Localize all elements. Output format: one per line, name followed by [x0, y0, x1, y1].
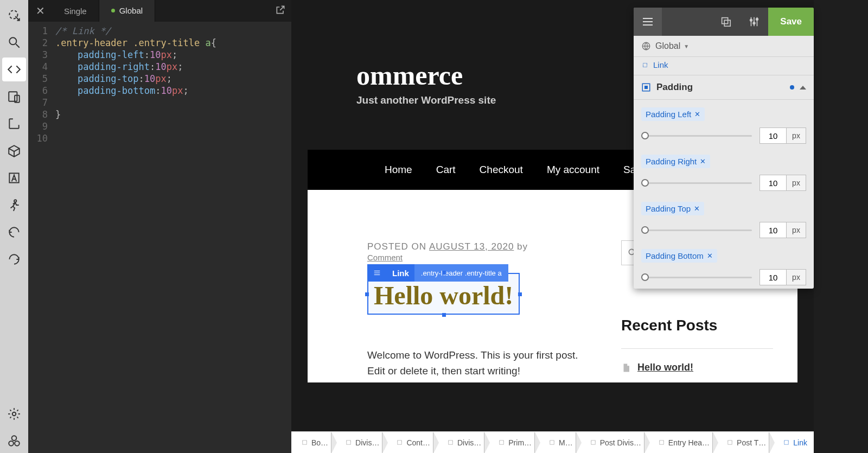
svg-rect-2	[9, 92, 17, 101]
tab-single[interactable]: Single	[52, 0, 99, 22]
property-padding-right: Padding Right ✕px	[634, 147, 814, 194]
code-icon[interactable]	[2, 58, 26, 81]
divider	[621, 348, 773, 349]
widget-recent-posts-title: Recent Posts	[621, 317, 773, 334]
remove-icon[interactable]: ✕	[700, 157, 706, 165]
modified-indicator-icon	[790, 85, 794, 90]
svg-rect-12	[725, 20, 731, 26]
svg-point-1	[9, 37, 16, 44]
copy-icon[interactable]	[712, 8, 740, 36]
svg-rect-11	[722, 18, 728, 24]
comment-link[interactable]: Comment	[367, 253, 403, 262]
selection-menu-icon[interactable]	[367, 269, 387, 277]
selection-selector: .entry-header .entry-title a	[414, 264, 508, 282]
value-input[interactable]	[760, 175, 787, 191]
code-panel: ✕ Single Global 12345678910 /* Link */ .…	[28, 0, 291, 453]
popout-icon[interactable]	[275, 4, 286, 17]
padding-section-header[interactable]: Padding	[634, 75, 814, 100]
nav-myaccount[interactable]: My account	[535, 150, 611, 190]
breadcrumb-item[interactable]: Post T…	[717, 432, 773, 453]
remove-icon[interactable]: ✕	[707, 252, 713, 260]
modules-icon[interactable]	[2, 429, 26, 453]
property-chip[interactable]: Padding Top ✕	[641, 202, 704, 215]
breadcrumb-item[interactable]: Link	[773, 432, 814, 453]
settings-gear-icon[interactable]	[2, 402, 26, 426]
property-padding-bottom: Padding Bottom ✕px	[634, 241, 814, 289]
ruler-icon[interactable]	[2, 112, 26, 136]
panel-menu-icon[interactable]	[634, 8, 662, 36]
property-padding-left: Padding Left ✕px	[634, 100, 814, 147]
selection-label: Link	[387, 269, 414, 278]
property-padding-top: Padding Top ✕px	[634, 194, 814, 241]
svg-point-15	[756, 18, 758, 21]
breadcrumb-item[interactable]: Prim…	[488, 432, 538, 453]
font-icon[interactable]	[2, 166, 26, 190]
value-slider[interactable]	[641, 277, 752, 278]
unit-select[interactable]: px	[787, 127, 806, 144]
close-tabs-button[interactable]: ✕	[28, 0, 52, 22]
sliders-icon[interactable]	[740, 8, 768, 36]
breadcrumb-item[interactable]: Cont…	[386, 432, 437, 453]
value-input[interactable]	[760, 269, 787, 285]
modified-dot-icon	[111, 9, 115, 12]
search-icon[interactable]	[2, 30, 26, 54]
property-chip[interactable]: Padding Right ✕	[641, 155, 710, 168]
svg-rect-25	[550, 441, 554, 445]
svg-rect-27	[660, 441, 664, 445]
selection-badge[interactable]: Link .entry-header .entry-title a	[367, 264, 508, 282]
value-input[interactable]	[760, 127, 787, 144]
post-date-link[interactable]: AUGUST 13, 2020	[429, 241, 514, 252]
nav-checkout[interactable]: Checkout	[468, 150, 535, 190]
svg-rect-26	[591, 441, 595, 445]
unit-select[interactable]: px	[787, 269, 806, 285]
svg-rect-17	[643, 63, 647, 67]
unit-select[interactable]: px	[787, 222, 806, 238]
remove-icon[interactable]: ✕	[694, 205, 700, 213]
target-icon[interactable]	[2, 3, 26, 27]
undo-icon[interactable]	[2, 220, 26, 244]
code-tabbar: ✕ Single Global	[28, 0, 291, 22]
element-link-row[interactable]: Link	[634, 57, 814, 75]
breadcrumb-item[interactable]: Divis…	[335, 432, 386, 453]
nav-cart[interactable]: Cart	[424, 150, 468, 190]
value-input[interactable]	[760, 222, 787, 238]
dom-breadcrumb: Bo…Divis…Cont…Divis…Prim…M…Post Divis…En…	[291, 431, 814, 453]
breadcrumb-item[interactable]: M…	[539, 432, 579, 453]
collapse-icon[interactable]	[800, 86, 806, 90]
property-chip[interactable]: Padding Left ✕	[641, 107, 705, 121]
breadcrumb-item[interactable]: Divis…	[437, 432, 488, 453]
svg-point-9	[15, 441, 20, 446]
remove-icon[interactable]: ✕	[694, 110, 700, 118]
unit-select[interactable]: px	[787, 175, 806, 191]
breadcrumb-item[interactable]: Post Divis…	[580, 432, 648, 453]
svg-point-14	[753, 22, 755, 24]
save-button[interactable]: Save	[768, 8, 814, 36]
selected-element[interactable]: Link .entry-header .entry-title a Hello …	[367, 273, 520, 315]
run-icon[interactable]	[2, 193, 26, 217]
properties-panel: Save Global▼ Link Padding Padding Left ✕…	[634, 8, 814, 289]
redo-icon[interactable]	[2, 247, 26, 271]
svg-rect-20	[303, 441, 307, 445]
code-lines: /* Link */ .entry-header .entry-title a{…	[55, 25, 291, 144]
svg-rect-22	[398, 441, 402, 445]
recent-post-link[interactable]: Hello world!	[621, 362, 773, 373]
svg-point-7	[12, 436, 17, 441]
nav-home[interactable]: Home	[373, 150, 424, 190]
code-editor[interactable]: 12345678910 /* Link */ .entry-header .en…	[28, 22, 291, 144]
post-meta: POSTED ON AUGUST 13, 2020 by Comment	[367, 241, 589, 263]
svg-rect-29	[784, 441, 789, 445]
value-slider[interactable]	[641, 229, 752, 231]
properties-toolbar: Save	[634, 8, 814, 36]
value-slider[interactable]	[641, 135, 752, 137]
svg-rect-24	[500, 441, 504, 445]
breadcrumb-item[interactable]: Bo…	[291, 432, 335, 453]
breadcrumb-item[interactable]: Entry Hea…	[648, 432, 716, 453]
property-chip[interactable]: Padding Bottom ✕	[641, 249, 717, 263]
value-slider[interactable]	[641, 182, 752, 184]
tab-global[interactable]: Global	[99, 0, 155, 22]
box-icon[interactable]	[2, 139, 26, 163]
devices-icon[interactable]	[2, 85, 26, 109]
svg-rect-28	[728, 441, 732, 445]
scope-selector[interactable]: Global▼	[634, 36, 814, 57]
line-gutter: 12345678910	[28, 25, 55, 144]
